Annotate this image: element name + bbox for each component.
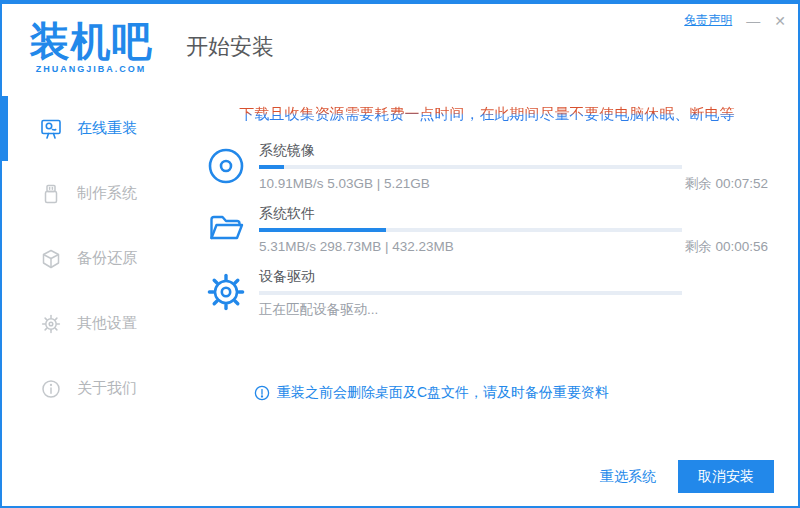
sidebar-item-online-reinstall[interactable]: 在线重装 — [2, 96, 190, 161]
task-speed-stats: 10.91MB/s 5.03GB | 5.21GB — [259, 175, 430, 192]
sidebar-item-label: 制作系统 — [77, 184, 137, 203]
task-device-driver: 设备驱动 正在匹配设备驱动... — [206, 268, 768, 318]
app-logo: 装机吧 ZHUANGJIBA.COM — [28, 20, 154, 74]
minimize-icon[interactable]: — — [746, 14, 760, 28]
main-row: 在线重装 制作系统 — [2, 90, 798, 508]
monitor-icon — [40, 118, 62, 140]
content-area: 下载且收集资源需要耗费一点时间，在此期间尽量不要使电脑休眠、断电等 系统镜像 1… — [190, 90, 798, 508]
settings-icon — [40, 313, 62, 335]
task-stats-row: 10.91MB/s 5.03GB | 5.21GB 剩余 00:07:52 — [259, 175, 768, 192]
info-icon — [40, 378, 62, 400]
folder-icon — [206, 209, 246, 249]
sidebar-item-label: 在线重装 — [77, 119, 137, 138]
warning-text: 下载且收集资源需要耗费一点时间，在此期间尽量不要使电脑休眠、断电等 — [206, 104, 768, 124]
sidebar-item-backup-restore[interactable]: 备份还原 — [2, 226, 190, 291]
task-speed-stats: 5.31MB/s 298.73MB | 432.23MB — [259, 238, 454, 255]
sidebar-item-label: 其他设置 — [77, 314, 137, 333]
titlebar-controls: 免责声明 — ✕ — [684, 12, 786, 29]
close-icon[interactable]: ✕ — [774, 14, 786, 28]
sidebar-item-label: 备份还原 — [77, 249, 137, 268]
sidebar-item-make-system[interactable]: 制作系统 — [2, 161, 190, 226]
task-status-text: 正在匹配设备驱动... — [259, 301, 378, 318]
page-title: 开始安装 — [186, 32, 274, 62]
task-title: 系统镜像 — [259, 142, 768, 158]
usb-icon — [40, 183, 62, 205]
task-body: 系统镜像 10.91MB/s 5.03GB | 5.21GB 剩余 00:07:… — [259, 142, 768, 192]
task-time-remaining: 剩余 00:07:52 — [685, 175, 768, 192]
header: 装机吧 ZHUANGJIBA.COM 开始安装 — [2, 4, 798, 90]
progress-bar — [259, 228, 682, 232]
sidebar-item-about-us[interactable]: 关于我们 — [2, 356, 190, 421]
progress-fill — [259, 228, 386, 232]
task-system-image: 系统镜像 10.91MB/s 5.03GB | 5.21GB 剩余 00:07:… — [206, 142, 768, 192]
logo-tagline: ZHUANGJIBA.COM — [28, 64, 154, 74]
gear-icon — [206, 272, 246, 312]
progress-fill — [259, 165, 284, 169]
task-stats-row: 正在匹配设备驱动... — [259, 301, 768, 318]
task-body: 设备驱动 正在匹配设备驱动... — [259, 268, 768, 318]
backup-note: 重装之前会删除桌面及C盘文件，请及时备份重要资料 — [254, 384, 768, 402]
sidebar: 在线重装 制作系统 — [2, 90, 190, 508]
task-system-software: 系统软件 5.31MB/s 298.73MB | 432.23MB 剩余 00:… — [206, 205, 768, 255]
task-title: 设备驱动 — [259, 268, 768, 284]
backup-note-text: 重装之前会删除桌面及C盘文件，请及时备份重要资料 — [277, 384, 609, 402]
task-body: 系统软件 5.31MB/s 298.73MB | 432.23MB 剩余 00:… — [259, 205, 768, 255]
progress-bar — [259, 291, 682, 295]
sidebar-item-label: 关于我们 — [77, 379, 137, 398]
progress-bar — [259, 165, 682, 169]
disc-icon — [206, 146, 246, 186]
app-window: 装机吧 ZHUANGJIBA.COM 开始安装 免责声明 — ✕ 在线重装 — [0, 0, 800, 508]
sidebar-item-other-settings[interactable]: 其他设置 — [2, 291, 190, 356]
task-stats-row: 5.31MB/s 298.73MB | 432.23MB 剩余 00:00:56 — [259, 238, 768, 255]
footer: 重选系统 取消安装 — [600, 460, 774, 493]
disclaimer-link[interactable]: 免责声明 — [684, 12, 732, 29]
task-time-remaining: 剩余 00:00:56 — [685, 238, 768, 255]
cancel-install-button[interactable]: 取消安装 — [678, 460, 774, 493]
logo-text: 装机吧 — [28, 20, 154, 62]
task-title: 系统软件 — [259, 205, 768, 221]
alert-circle-icon — [254, 385, 270, 401]
backup-icon — [40, 248, 62, 270]
reselect-system-button[interactable]: 重选系统 — [600, 468, 656, 486]
